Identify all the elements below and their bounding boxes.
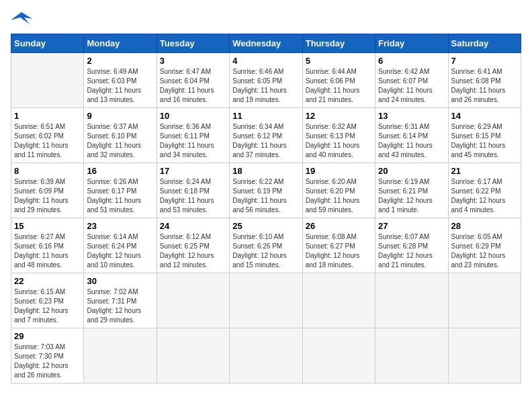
day-info: Sunrise: 6:08 AMSunset: 6:27 PMDaylight:… <box>306 232 372 270</box>
calendar-cell: 2Sunrise: 6:49 AMSunset: 6:03 PMDaylight… <box>84 53 157 108</box>
day-info: Sunrise: 6:37 AMSunset: 6:10 PMDaylight:… <box>87 122 153 160</box>
col-sunday: Sunday <box>11 34 84 53</box>
calendar-cell: 27Sunrise: 6:07 AMSunset: 6:28 PMDayligh… <box>375 218 448 273</box>
day-number: 14 <box>451 111 518 121</box>
col-monday: Monday <box>84 34 157 53</box>
calendar-cell: 14Sunrise: 6:29 AMSunset: 6:15 PMDayligh… <box>448 108 521 163</box>
day-number: 30 <box>87 276 153 286</box>
calendar-cell: 15Sunrise: 6:27 AMSunset: 6:16 PMDayligh… <box>11 218 84 273</box>
day-info: Sunrise: 6:32 AMSunset: 6:13 PMDaylight:… <box>306 122 372 160</box>
day-number: 16 <box>87 166 153 176</box>
calendar-cell <box>230 273 302 328</box>
day-number: 28 <box>451 221 518 231</box>
day-info: Sunrise: 6:19 AMSunset: 6:21 PMDaylight:… <box>378 177 445 215</box>
calendar-cell <box>448 273 521 328</box>
calendar-cell: 19Sunrise: 6:20 AMSunset: 6:20 PMDayligh… <box>302 163 375 218</box>
calendar-cell: 25Sunrise: 6:10 AMSunset: 6:26 PMDayligh… <box>230 218 302 273</box>
calendar-table: Sunday Monday Tuesday Wednesday Thursday… <box>11 34 521 383</box>
day-number: 12 <box>306 111 372 121</box>
day-info: Sunrise: 6:41 AMSunset: 6:08 PMDaylight:… <box>451 67 518 105</box>
calendar-cell: 28Sunrise: 6:05 AMSunset: 6:29 PMDayligh… <box>448 218 521 273</box>
calendar-cell <box>157 273 229 328</box>
day-number: 2 <box>87 56 153 66</box>
col-thursday: Thursday <box>302 34 375 53</box>
day-number: 19 <box>306 166 372 176</box>
day-number: 21 <box>451 166 518 176</box>
day-info: Sunrise: 6:07 AMSunset: 6:28 PMDaylight:… <box>378 232 445 270</box>
day-number: 3 <box>160 56 226 66</box>
day-info: Sunrise: 6:29 AMSunset: 6:15 PMDaylight:… <box>451 122 518 160</box>
calendar-cell: 23Sunrise: 6:14 AMSunset: 6:24 PMDayligh… <box>84 218 157 273</box>
calendar-cell: 7Sunrise: 6:41 AMSunset: 6:08 PMDaylight… <box>448 53 521 108</box>
day-info: Sunrise: 6:39 AMSunset: 6:09 PMDaylight:… <box>14 177 81 215</box>
calendar-cell: 1Sunrise: 6:51 AMSunset: 6:02 PMDaylight… <box>11 108 84 163</box>
day-number: 18 <box>232 166 299 176</box>
day-info: Sunrise: 6:22 AMSunset: 6:19 PMDaylight:… <box>232 177 299 215</box>
day-info: Sunrise: 6:36 AMSunset: 6:11 PMDaylight:… <box>160 122 226 160</box>
day-info: Sunrise: 6:51 AMSunset: 6:02 PMDaylight:… <box>14 122 81 160</box>
day-number: 25 <box>232 221 299 231</box>
calendar-cell: 11Sunrise: 6:34 AMSunset: 6:12 PMDayligh… <box>230 108 302 163</box>
day-info: Sunrise: 6:46 AMSunset: 6:05 PMDaylight:… <box>232 67 299 105</box>
calendar-cell: 5Sunrise: 6:44 AMSunset: 6:06 PMDaylight… <box>302 53 375 108</box>
day-info: Sunrise: 6:14 AMSunset: 6:24 PMDaylight:… <box>87 232 153 270</box>
day-number: 1 <box>14 111 81 121</box>
col-saturday: Saturday <box>448 34 521 53</box>
logo <box>11 11 32 27</box>
day-number: 4 <box>232 56 299 66</box>
day-info: Sunrise: 6:05 AMSunset: 6:29 PMDaylight:… <box>451 232 518 270</box>
calendar-cell: 21Sunrise: 6:17 AMSunset: 6:22 PMDayligh… <box>448 163 521 218</box>
day-info: Sunrise: 6:17 AMSunset: 6:22 PMDaylight:… <box>451 177 518 215</box>
day-number: 20 <box>378 166 445 176</box>
calendar-cell: 13Sunrise: 6:31 AMSunset: 6:14 PMDayligh… <box>375 108 448 163</box>
day-info: Sunrise: 6:26 AMSunset: 6:17 PMDaylight:… <box>87 177 153 215</box>
day-info: Sunrise: 6:12 AMSunset: 6:25 PMDaylight:… <box>160 232 226 270</box>
day-number: 9 <box>87 111 153 121</box>
calendar-cell <box>448 328 521 383</box>
calendar-cell: 6Sunrise: 6:42 AMSunset: 6:07 PMDaylight… <box>375 53 448 108</box>
calendar-cell <box>157 328 229 383</box>
calendar-cell: 10Sunrise: 6:36 AMSunset: 6:11 PMDayligh… <box>157 108 229 163</box>
calendar-cell: 16Sunrise: 6:26 AMSunset: 6:17 PMDayligh… <box>84 163 157 218</box>
calendar-cell: 29Sunrise: 7:03 AMSunset: 7:30 PMDayligh… <box>11 328 84 383</box>
day-info: Sunrise: 7:02 AMSunset: 7:31 PMDaylight:… <box>87 287 153 325</box>
calendar-cell <box>375 328 448 383</box>
day-number: 23 <box>87 221 153 231</box>
day-info: Sunrise: 6:34 AMSunset: 6:12 PMDaylight:… <box>232 122 299 160</box>
day-info: Sunrise: 6:42 AMSunset: 6:07 PMDaylight:… <box>378 67 445 105</box>
day-info: Sunrise: 6:44 AMSunset: 6:06 PMDaylight:… <box>306 67 372 105</box>
calendar-cell: 22Sunrise: 6:15 AMSunset: 6:23 PMDayligh… <box>11 273 84 328</box>
calendar-cell: 24Sunrise: 6:12 AMSunset: 6:25 PMDayligh… <box>157 218 229 273</box>
day-info: Sunrise: 6:27 AMSunset: 6:16 PMDaylight:… <box>14 232 81 270</box>
day-info: Sunrise: 7:03 AMSunset: 7:30 PMDaylight:… <box>14 342 81 380</box>
day-info: Sunrise: 6:31 AMSunset: 6:14 PMDaylight:… <box>378 122 445 160</box>
day-number: 26 <box>306 221 372 231</box>
day-number: 5 <box>306 56 372 66</box>
day-number: 10 <box>160 111 226 121</box>
day-number: 7 <box>451 56 518 66</box>
calendar-cell <box>302 273 375 328</box>
calendar-cell: 9Sunrise: 6:37 AMSunset: 6:10 PMDaylight… <box>84 108 157 163</box>
calendar-cell: 30Sunrise: 7:02 AMSunset: 7:31 PMDayligh… <box>84 273 157 328</box>
calendar-cell <box>302 328 375 383</box>
calendar-cell: 17Sunrise: 6:24 AMSunset: 6:18 PMDayligh… <box>157 163 229 218</box>
page-header <box>11 11 521 27</box>
day-info: Sunrise: 6:49 AMSunset: 6:03 PMDaylight:… <box>87 67 153 105</box>
day-info: Sunrise: 6:15 AMSunset: 6:23 PMDaylight:… <box>14 287 81 325</box>
calendar-cell: 8Sunrise: 6:39 AMSunset: 6:09 PMDaylight… <box>11 163 84 218</box>
col-wednesday: Wednesday <box>230 34 302 53</box>
day-number: 29 <box>14 331 81 341</box>
svg-marker-0 <box>11 12 32 24</box>
calendar-cell: 12Sunrise: 6:32 AMSunset: 6:13 PMDayligh… <box>302 108 375 163</box>
calendar-cell <box>84 328 157 383</box>
calendar-cell: 20Sunrise: 6:19 AMSunset: 6:21 PMDayligh… <box>375 163 448 218</box>
day-number: 6 <box>378 56 445 66</box>
calendar-cell <box>11 53 84 108</box>
day-number: 11 <box>232 111 299 121</box>
day-number: 22 <box>14 276 81 286</box>
day-info: Sunrise: 6:24 AMSunset: 6:18 PMDaylight:… <box>160 177 226 215</box>
day-info: Sunrise: 6:20 AMSunset: 6:20 PMDaylight:… <box>306 177 372 215</box>
day-number: 8 <box>14 166 81 176</box>
calendar-cell: 4Sunrise: 6:46 AMSunset: 6:05 PMDaylight… <box>230 53 302 108</box>
day-number: 13 <box>378 111 445 121</box>
